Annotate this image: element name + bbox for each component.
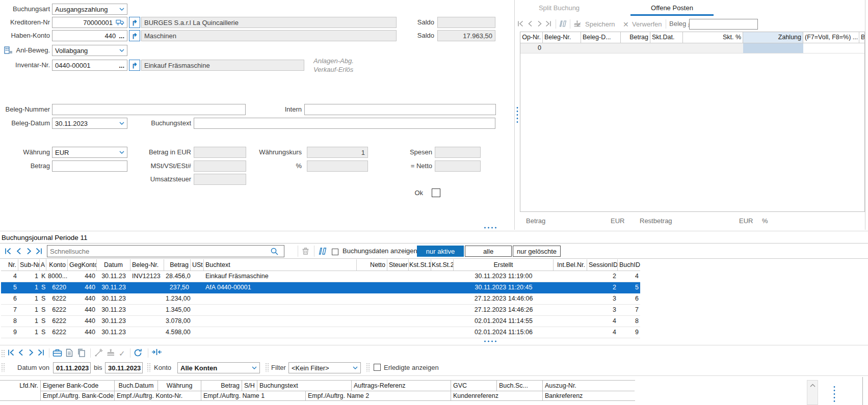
op-nav-prev-button[interactable] [527,20,534,27]
bank-nav-last-button[interactable] [37,349,45,356]
op-col-f7hint[interactable]: (F7=Voll, F8=%) ... [803,32,859,43]
buchungsart-select[interactable]: Ausgangszahlung [52,4,127,15]
col-a[interactable]: A [40,259,46,271]
inventar-input[interactable]: 0440-00001 ... [52,60,127,71]
col-buchid[interactable]: BuchID [618,259,640,271]
bank-col-empf-name1[interactable]: Empf./Auftrg. Name 1 [201,391,306,400]
horizontal-splitter-handle-bottom[interactable] [483,340,497,343]
buchungstext-input[interactable] [194,118,495,129]
journal-nav-next-button[interactable] [25,248,33,255]
bank-col-buchdatum[interactable]: Buch.Datum [115,381,158,391]
bank-col-auftrags-referenz[interactable]: Auftrags-Referenz [352,381,451,391]
col-ust[interactable]: USt [191,259,204,271]
datum-von-select[interactable]: 01.11.2023 [53,362,91,373]
col-intbelnr[interactable]: Int.Bel.Nr. [554,259,587,271]
inventar-jump-button[interactable]: ↱ [129,60,140,71]
col-datum[interactable]: Datum [97,259,130,271]
tab-offene-posten[interactable]: Offene Posten [630,3,714,13]
vertical-splitter-handle[interactable] [516,106,519,124]
toolbar-grip[interactable] [366,363,370,372]
op-col-sktdat[interactable]: Skt.Dat. [650,32,683,43]
col-kstst2[interactable]: Kst.St.2 [431,259,454,271]
col-sessionid[interactable]: SessionID [587,259,618,271]
tab-split-buchung[interactable]: Split Buchung [513,3,605,13]
toolbar-grip[interactable] [265,363,269,372]
op-col-belegd[interactable]: Beleg-D... [581,32,621,43]
bank-splitter-handle[interactable] [833,385,836,402]
bank-nav-prev-button[interactable] [17,349,24,356]
col-nr[interactable]: Nr. [1,259,18,271]
datum-bis-select[interactable]: 30.11.2023 [105,362,143,373]
journal-search-input[interactable] [47,245,284,257]
scroll-up-icon[interactable] [807,381,818,390]
bank-col-auszugnr[interactable]: Auszug-Nr. [543,381,635,391]
bank-col-empf-kontonr[interactable]: Empf./Auftrg. Konto-Nr. [115,391,201,400]
toolbar-grip[interactable] [1,349,5,358]
ok-checkbox[interactable] [432,188,440,197]
op-col-b[interactable]: B [859,32,864,43]
col-netto[interactable]: Netto [357,259,387,271]
filter-nur-geloeschte-button[interactable]: nur gelöschte [513,246,561,257]
beleg-nummer-input[interactable] [52,104,246,115]
op-col-zahlung[interactable]: Zahlung [743,32,803,43]
op-nav-next-button[interactable] [536,20,543,27]
journal-row[interactable]: 41 K8000... 44030.11.23 INV1212328.456,0… [1,271,640,282]
toolbar-grip[interactable] [147,363,150,372]
journal-nav-first-button[interactable] [4,248,12,255]
journal-row[interactable]: 71 S6222 44030.11.23 1.345,00 27.12.2023… [1,305,640,316]
journal-row[interactable]: 61 S6222 44030.11.23 1.234,00 27.12.2023… [1,293,640,305]
op-verwerfen-button[interactable]: Verwerfen [632,19,662,30]
col-subnr[interactable]: Sub-Nr. [18,259,40,271]
bank-nav-first-button[interactable] [7,349,15,356]
buchungsdaten-checkbox[interactable] [332,249,338,255]
toolbar-grip[interactable] [1,363,5,372]
bank-col-betrag[interactable]: Betrag [201,381,242,391]
briefcase-icon[interactable] [52,348,62,357]
bank-col-empf-name2[interactable]: Empf./Auftrg. Name 2 [306,391,451,400]
bank-col-sh[interactable]: S/H [242,381,257,391]
op-col-sktproz[interactable]: Skt. % [683,32,743,43]
refresh-icon[interactable] [134,348,143,357]
op-nav-last-button[interactable] [544,20,552,27]
anl-beweg-select[interactable]: Vollabgang [52,45,127,56]
copy-icon[interactable] [77,348,86,357]
lookup-ellipsis-icon[interactable]: ... [119,62,124,69]
lookup-ellipsis-icon[interactable]: ... [119,32,124,40]
konto-select[interactable]: Alle Konten [177,362,260,373]
haben-konto-jump-button[interactable]: ↱ [129,30,140,41]
col-steuer[interactable]: Steuer [387,259,409,271]
fit-columns-icon[interactable] [151,348,162,356]
filter-alle-button[interactable]: alle [465,246,512,257]
op-col-betrag[interactable]: Betrag [621,32,650,43]
col-kstst1[interactable]: Kst.St.1 [409,259,431,271]
bank-col-buchsc[interactable]: Buch.Sc... [497,381,543,391]
op-row-zahlung-cell[interactable] [743,43,803,53]
search-icon[interactable] [270,247,279,256]
bank-col-eigener-bankcode[interactable]: Eigener Bank-Code [41,381,115,391]
horizontal-splitter-handle-top[interactable] [483,226,497,229]
journal-row-selected[interactable]: 51 S6220 44030.11.23 237,50 AfA 0440-000… [1,282,640,293]
beleg-number-input[interactable] [689,19,758,30]
trash-icon[interactable] [302,247,309,255]
bank-col-gvc[interactable]: GVC [451,381,497,391]
op-col-belegnr[interactable]: Beleg-Nr. [543,32,581,43]
col-buchtext[interactable]: Buchtext [204,259,357,271]
journal-row[interactable]: 91 S6222 44030.11.23 4.598,00 02.01.2024… [1,327,640,338]
erledigte-checkbox[interactable] [374,364,381,371]
bank-col-waehrung[interactable]: Währung [158,381,201,391]
tools-icon[interactable] [94,348,103,357]
journal-nav-prev-button[interactable] [15,248,22,255]
beleg-datum-select[interactable]: 30.11.2023 [52,118,127,129]
bank-col-empf-bankcode[interactable]: Empf./Auftrg. Bank-Code [41,391,115,400]
kreditoren-input[interactable]: 70000001 [52,17,127,28]
filter-select[interactable]: <Kein Filter> [288,362,361,373]
check-icon-disabled[interactable]: ✓ [119,348,125,359]
col-konto[interactable]: Konto [46,259,68,271]
col-betrag[interactable]: Betrag [164,259,191,271]
col-belegnr[interactable]: Beleg-Nr. [130,259,164,271]
op-speichern-button[interactable]: Speichern [585,19,615,30]
op-col-opnr[interactable]: Op-Nr. [520,32,543,43]
op-nav-first-button[interactable] [517,20,524,27]
intern-input[interactable] [304,104,496,115]
haben-konto-input[interactable]: 440 ... [52,30,127,41]
